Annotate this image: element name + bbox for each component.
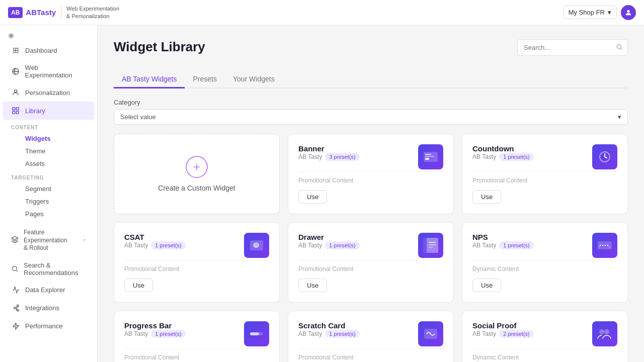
category-select-value: Select value — [120, 113, 156, 121]
widget-title-csat: CSAT — [124, 233, 186, 241]
widget-title-nps: NPS — [472, 233, 534, 241]
shop-selector[interactable]: My Shop FR ▾ — [563, 6, 617, 19]
tab-ab-tasty-widgets[interactable]: AB Tasty Widgets — [114, 71, 185, 88]
svg-point-18 — [254, 244, 255, 245]
sidebar-item-performance[interactable]: Performance — [3, 317, 94, 335]
widget-thumbnail-drawer — [418, 233, 443, 258]
widget-thumbnail-banner — [418, 144, 443, 169]
widget-title-countdown: Countdown — [472, 144, 534, 153]
widget-title-drawer: Drawer — [298, 233, 360, 241]
widget-content-type-nps: Dynamic Content — [472, 260, 617, 273]
sidebar-item-integrations-label: Integrations — [25, 304, 59, 312]
widget-card-progress-bar: Progress Bar AB Tasty 1 preset(s) Promot… — [114, 311, 280, 362]
sidebar-collapse-button[interactable]: ◉ — [8, 31, 89, 39]
widget-title-progress-bar: Progress Bar — [124, 321, 186, 330]
widget-author-banner: AB Tasty — [298, 153, 322, 160]
logo-icon: AB — [8, 7, 23, 18]
sidebar-item-performance-label: Performance — [25, 322, 62, 330]
topbar-subtitle: Web Experimentation & Personalization — [61, 5, 119, 20]
sidebar-sub-widgets[interactable]: Widgets — [3, 132, 94, 145]
widget-card-csat: CSAT AB Tasty 1 preset(s) Promotional Co… — [114, 222, 280, 303]
sidebar-sub-pages[interactable]: Pages — [3, 208, 94, 220]
web-experimentation-icon — [11, 67, 20, 76]
search-icon — [616, 43, 623, 52]
widget-use-button-drawer[interactable]: Use — [298, 279, 327, 292]
widget-card-banner: Banner AB Tasty 3 preset(s) Promotional … — [288, 134, 454, 214]
widget-author-scratch-card: AB Tasty — [298, 330, 322, 337]
widget-header-banner: Banner AB Tasty 3 preset(s) — [298, 144, 443, 169]
widget-header-progress-bar: Progress Bar AB Tasty 1 preset(s) — [124, 321, 269, 346]
sidebar-item-search-rec-label: Search & Recommendations — [24, 261, 86, 277]
widget-thumbnail-nps: 010 — [592, 233, 617, 258]
category-select[interactable]: Select value ▾ — [114, 109, 628, 125]
widget-meta-social-proof: AB Tasty 2 preset(s) — [472, 330, 534, 338]
widget-meta-nps: AB Tasty 1 preset(s) — [472, 241, 534, 249]
tab-presets[interactable]: Presets — [185, 71, 224, 88]
external-link-icon: ↗ — [82, 238, 86, 243]
widget-content-type-social-proof: Dynamic Content — [472, 348, 617, 361]
widget-meta-countdown: AB Tasty 1 preset(s) — [472, 153, 534, 161]
sidebar-item-data-explorer[interactable]: Data Explorer — [3, 281, 94, 299]
avatar[interactable] — [621, 5, 636, 20]
widget-thumbnail-progress-bar — [244, 321, 269, 346]
integrations-icon — [11, 304, 20, 313]
logo-text: ABTasty — [26, 8, 56, 17]
widget-header-drawer: Drawer AB Tasty 1 preset(s) — [298, 233, 443, 258]
widget-thumbnail-csat — [244, 233, 269, 258]
svg-point-8 — [14, 307, 16, 309]
widget-use-button-banner[interactable]: Use — [298, 190, 327, 204]
widget-meta-scratch-card: AB Tasty 1 preset(s) — [298, 330, 360, 338]
content-area: Widget Library AB Tasty Widgets Presets … — [98, 25, 644, 362]
category-filter: Category Select value ▾ — [114, 99, 628, 125]
svg-rect-33 — [250, 332, 259, 335]
widget-presets-scratch-card: 1 preset(s) — [325, 330, 360, 338]
widget-title-banner: Banner — [298, 144, 360, 153]
widget-grid: + Create a Custom Widget Banner AB Tasty… — [114, 134, 628, 362]
search-rec-icon — [11, 264, 19, 274]
subtitle-line1: Web Experimentation — [66, 5, 119, 12]
widget-thumbnail-social-proof — [592, 321, 617, 346]
chevron-down-icon: ▾ — [608, 9, 611, 16]
sidebar-sub-theme[interactable]: Theme — [3, 145, 94, 157]
widget-meta-progress-bar: AB Tasty 1 preset(s) — [124, 330, 186, 338]
widget-presets-csat: 1 preset(s) — [151, 241, 186, 249]
search-input[interactable] — [517, 39, 628, 56]
widget-thumbnail-countdown — [592, 144, 617, 169]
widget-author-progress-bar: AB Tasty — [124, 330, 148, 337]
sidebar-item-integrations[interactable]: Integrations — [3, 299, 94, 317]
page-title: Widget Library — [114, 39, 205, 55]
sidebar-sub-triggers[interactable]: Triggers — [3, 195, 94, 208]
widget-presets-countdown: 1 preset(s) — [499, 153, 534, 161]
sidebar-item-feature-exp-label: Feature Experimentation& Rollout — [24, 229, 77, 252]
widget-use-button-csat[interactable]: Use — [124, 279, 153, 292]
tabs: AB Tasty Widgets Presets Your Widgets — [114, 71, 628, 88]
widget-card-countdown: Countdown AB Tasty 1 preset(s) Promotion… — [462, 134, 628, 214]
sidebar-item-library[interactable]: Library — [3, 102, 94, 120]
logo: AB ABTasty — [8, 7, 56, 18]
sidebar-item-dashboard[interactable]: ⊞ Dashboard — [3, 41, 94, 59]
sidebar-item-search-rec[interactable]: Search & Recommendations — [3, 257, 94, 281]
sidebar-item-personalization[interactable]: Personalization — [3, 83, 94, 102]
svg-point-35 — [599, 329, 604, 334]
widget-title-scratch-card: Scratch Card — [298, 321, 360, 330]
widget-header-scratch-card: Scratch Card AB Tasty 1 preset(s) — [298, 321, 443, 346]
widget-card-scratch-card: Scratch Card AB Tasty 1 preset(s) Promot… — [288, 311, 454, 362]
sidebar-sub-assets[interactable]: Assets — [3, 157, 94, 170]
widget-author-csat: AB Tasty — [124, 242, 148, 249]
performance-icon — [11, 322, 20, 331]
data-explorer-icon — [11, 286, 20, 295]
svg-point-19 — [258, 244, 259, 245]
widget-use-button-countdown[interactable]: Use — [472, 190, 501, 204]
widget-card-drawer: Drawer AB Tasty 1 preset(s) Promotional … — [288, 222, 454, 303]
sidebar-item-feature-exp[interactable]: Feature Experimentation& Rollout ↗ — [3, 224, 94, 257]
sidebar-item-web-experimentation[interactable]: Web Experimentation — [3, 59, 94, 83]
widget-author-nps: AB Tasty — [472, 242, 496, 249]
widget-title-social-proof: Social Proof — [472, 321, 534, 330]
header-row: Widget Library — [114, 39, 628, 65]
widget-header-countdown: Countdown AB Tasty 1 preset(s) — [472, 144, 617, 169]
widget-use-button-nps[interactable]: Use — [472, 279, 501, 292]
dashboard-icon: ⊞ — [11, 46, 20, 55]
create-custom-widget-card[interactable]: + Create a Custom Widget — [114, 134, 280, 214]
tab-your-widgets[interactable]: Your Widgets — [225, 71, 283, 88]
sidebar-sub-segment[interactable]: Segment — [3, 183, 94, 195]
